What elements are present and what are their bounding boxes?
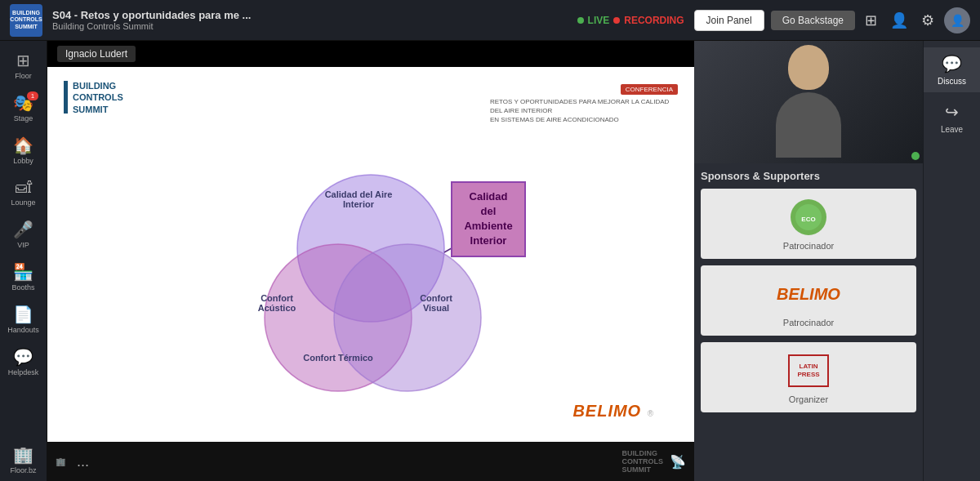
presenter-video-image: [694, 41, 923, 163]
bottom-right-logos: BUILDINGCONTROLSSUMMIT 📡: [622, 449, 687, 474]
session-subtitle: Building Controls Summit: [52, 21, 568, 31]
presenter-bar: Ignacio Ludert: [47, 41, 694, 67]
sidebar-item-lobby[interactable]: 🏠 Lobby: [0, 129, 47, 171]
app-logo-text: BUILDING CONTROLS SUMMIT: [10, 10, 42, 30]
organizer-logo-box: LATINPRESS: [788, 354, 829, 387]
app-logo: BUILDING CONTROLS SUMMIT: [10, 4, 42, 37]
bottom-floorbz-logo: 🏢: [56, 457, 65, 466]
discuss-icon: 💬: [942, 54, 962, 73]
topbar-actions: Join Panel Go Backstage ⊞ 👤 ⚙ 👤: [694, 7, 970, 33]
sidebar-item-booths[interactable]: 🏪 Booths: [0, 256, 47, 298]
discuss-label: Discuss: [938, 77, 966, 86]
belimo-trademark: ®: [648, 409, 653, 418]
side-actions: 💬 Discuss ↪ Leave: [923, 41, 980, 481]
lounge-icon: 🛋: [16, 178, 32, 197]
bottom-summit-logo: BUILDINGCONTROLSSUMMIT: [622, 449, 664, 474]
sponsors-title: Sponsors & Supporters: [701, 170, 916, 182]
sponsors-section: Sponsors & Supporters ECO Patrocinador B…: [694, 163, 923, 481]
sidebar: ⊞ Floor 🎭 Stage 1 🏠 Lobby 🛋 Lounge 🎤 VIP…: [0, 41, 47, 481]
sidebar-item-vip[interactable]: 🎤 VIP: [0, 213, 47, 256]
organizer-label: Organizer: [709, 394, 908, 404]
slide-title-block: CONFERENCIA RETOS Y OPORTUNIDADES PARA M…: [490, 80, 678, 125]
helpdesk-icon: 💬: [13, 347, 33, 367]
sponsor-card-1[interactable]: ECO Patrocinador: [701, 189, 916, 259]
venn-diagram: Calidad del AireInterior ConfortAcústico…: [216, 167, 526, 395]
slide-content: BUILDINGCONTROLSSUMMIT CONFERENCIA RETOS…: [47, 67, 694, 442]
sidebar-bottom: 🏢 Floor.bz: [0, 439, 47, 481]
handouts-icon: 📄: [13, 305, 33, 324]
slide-area: BUILDINGCONTROLSSUMMIT CONFERENCIA RETOS…: [47, 67, 694, 442]
topbar: BUILDING CONTROLS SUMMIT S04 - Retos y o…: [0, 0, 980, 41]
live-badge: LIVE RECORDING: [577, 15, 684, 26]
session-info: S04 - Retos y oportunidades para me ... …: [52, 9, 568, 31]
presenter-body: [776, 92, 841, 158]
booths-icon: 🏪: [13, 262, 33, 282]
slide-header: BUILDINGCONTROLSSUMMIT CONFERENCIA RETOS…: [64, 80, 678, 125]
sidebar-item-handouts[interactable]: 📄 Handouts: [0, 298, 47, 341]
sponsor1-label: Patrocinador: [709, 241, 908, 251]
stage-badge: 1: [27, 91, 38, 100]
right-panel: Sponsors & Supporters ECO Patrocinador B…: [694, 41, 923, 481]
conferencia-badge: CONFERENCIA: [621, 84, 678, 95]
more-options-button[interactable]: ...: [74, 450, 92, 474]
bottom-bar: 🏢 ... BUILDINGCONTROLSSUMMIT 📡: [47, 442, 694, 481]
presenter-silhouette: [772, 45, 845, 159]
floor-icon: ⊞: [16, 51, 30, 70]
users-icon[interactable]: 👤: [887, 8, 911, 33]
live-label: LIVE: [588, 15, 610, 26]
belimo-brand-text: BELIMO: [572, 402, 641, 420]
recording-dot: [613, 17, 620, 24]
presenter-name: Ignacio Ludert: [57, 46, 136, 62]
leave-button[interactable]: ↪ Leave: [924, 96, 980, 140]
center-area: Ignacio Ludert BUILDINGCONTROLSSUMMIT CO…: [47, 41, 694, 481]
lobby-icon: 🏠: [13, 136, 33, 155]
quality-box: CalidaddelAmbienteInterior: [451, 181, 526, 257]
svg-text:ECO: ECO: [801, 216, 815, 223]
session-title: S04 - Retos y oportunidades para me ...: [52, 9, 568, 21]
slide-logo-text: BUILDINGCONTROLSSUMMIT: [73, 80, 123, 115]
avatar[interactable]: 👤: [944, 7, 970, 33]
vip-icon: 🎤: [13, 220, 33, 239]
sponsor-card-2[interactable]: BELIMO Patrocinador: [701, 265, 916, 336]
presenter-video: [694, 41, 923, 163]
recording-label: RECORDING: [624, 15, 684, 26]
sponsor2-label: Patrocinador: [709, 318, 908, 327]
online-status-dot: [911, 152, 920, 160]
join-panel-button[interactable]: Join Panel: [694, 10, 764, 31]
venn-container: Calidad del AireInterior ConfortAcústico…: [64, 133, 678, 429]
go-backstage-button[interactable]: Go Backstage: [771, 11, 855, 30]
presenter-head: [788, 45, 829, 90]
slide-brand: BELIMO ®: [572, 402, 653, 421]
grid-icon[interactable]: ⊞: [862, 8, 880, 33]
sidebar-item-floor[interactable]: ⊞ Floor: [0, 44, 47, 87]
sponsor2-logo: BELIMO: [709, 274, 908, 314]
bottom-icon: 📡: [670, 454, 686, 470]
leave-label: Leave: [941, 125, 963, 134]
belimo-sponsor-text: BELIMO: [777, 285, 840, 304]
organizer-logo: LATINPRESS: [709, 350, 908, 391]
sidebar-item-lounge[interactable]: 🛋 Lounge: [0, 171, 47, 213]
live-dot: [577, 17, 584, 24]
settings-icon[interactable]: ⚙: [918, 8, 938, 33]
leave-icon: ↪: [945, 102, 959, 122]
slide-logo: BUILDINGCONTROLSSUMMIT: [64, 80, 123, 115]
discuss-button[interactable]: 💬 Discuss: [924, 47, 980, 92]
floorbz-icon: 🏢: [13, 445, 33, 465]
organizer-card[interactable]: LATINPRESS Organizer: [701, 342, 916, 412]
sidebar-item-helpdesk[interactable]: 💬 Helpdesk: [0, 341, 47, 383]
sponsor1-svg: ECO: [786, 197, 831, 238]
slide-title-text: RETOS Y OPORTUNIDADES PARA MEJORAR LA CA…: [490, 97, 678, 125]
main-area: ⊞ Floor 🎭 Stage 1 🏠 Lobby 🛋 Lounge 🎤 VIP…: [0, 41, 980, 481]
sidebar-item-stage[interactable]: 🎭 Stage 1: [0, 87, 47, 129]
sidebar-item-floorbz[interactable]: 🏢 Floor.bz: [0, 439, 47, 481]
organizer-logo-text: LATINPRESS: [797, 363, 819, 378]
svg-point-2: [334, 244, 481, 391]
sponsor1-logo: ECO: [709, 197, 908, 238]
slide-logo-bar: [64, 81, 68, 114]
